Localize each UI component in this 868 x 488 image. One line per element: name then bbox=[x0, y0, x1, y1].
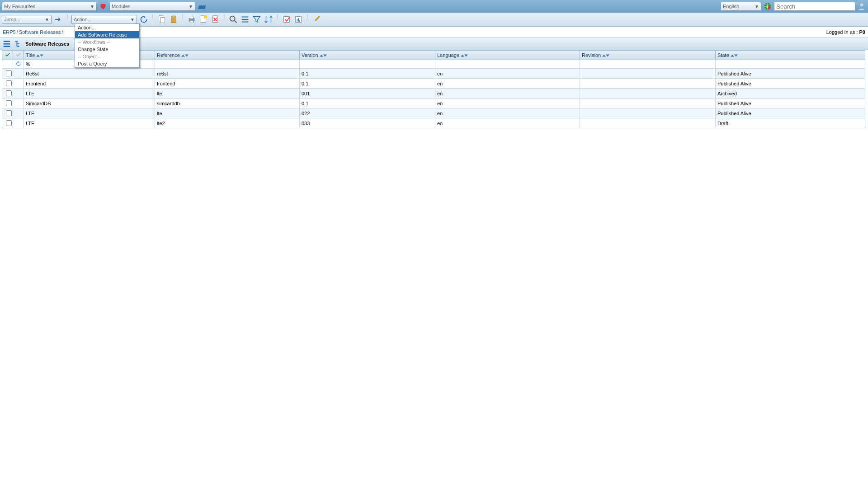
folder-open-icon[interactable] bbox=[197, 2, 206, 11]
paste-icon[interactable] bbox=[169, 14, 179, 24]
filter-icon[interactable] bbox=[252, 14, 262, 24]
cell-version: 022 bbox=[300, 108, 435, 118]
new-doc-icon[interactable] bbox=[198, 14, 208, 24]
table-row[interactable]: Frontendfrontend0.1enPublished Alive bbox=[2, 79, 865, 89]
col-header-version-label: Version bbox=[302, 52, 318, 58]
dropdown-arrow-icon: ▼ bbox=[90, 4, 94, 9]
col-header-version[interactable]: Version bbox=[300, 51, 435, 60]
filter-revision-input[interactable] bbox=[582, 61, 713, 67]
logged-in-user: P0 bbox=[859, 29, 865, 35]
delete-icon[interactable] bbox=[210, 14, 220, 24]
svg-rect-5 bbox=[171, 16, 176, 23]
jump-go-icon[interactable] bbox=[53, 14, 63, 24]
cell-language: en bbox=[435, 99, 580, 108]
search-submit-icon[interactable] bbox=[857, 2, 866, 11]
action-menu-placeholder[interactable]: Action... bbox=[75, 24, 139, 31]
table-row[interactable]: LTElte2033enDraft bbox=[2, 118, 865, 128]
jump-dropdown[interactable]: Jump... ▼ bbox=[2, 15, 52, 24]
action-dropdown[interactable]: Action... ▼ bbox=[71, 15, 137, 24]
cell-language: en bbox=[435, 118, 580, 128]
separator bbox=[182, 14, 183, 24]
col-header-language[interactable]: Language bbox=[435, 51, 580, 60]
configure-icon[interactable] bbox=[311, 14, 321, 24]
row-checkbox[interactable] bbox=[6, 110, 12, 116]
cell-reference: lte2 bbox=[155, 118, 300, 128]
cell-language: en bbox=[435, 69, 580, 79]
print-icon[interactable] bbox=[187, 14, 197, 24]
report-icon[interactable] bbox=[293, 14, 303, 24]
row-checkbox[interactable] bbox=[6, 120, 12, 126]
col-header-state[interactable]: State bbox=[716, 51, 865, 60]
svg-rect-16 bbox=[297, 19, 297, 22]
tree-list-icon[interactable] bbox=[14, 39, 24, 49]
breadcrumb-sep: / bbox=[16, 29, 19, 35]
cell-language: en bbox=[435, 89, 580, 99]
language-dropdown[interactable]: English ▼ bbox=[721, 2, 761, 11]
cell-language: en bbox=[435, 79, 580, 89]
table-row[interactable]: LTElte022enPublished Alive bbox=[2, 108, 865, 118]
my-favourites-dropdown[interactable]: My Favourites ▼ bbox=[2, 2, 97, 11]
copy-icon[interactable] bbox=[157, 14, 167, 24]
svg-point-2 bbox=[860, 3, 863, 6]
dropdown-arrow-icon: ▼ bbox=[130, 17, 135, 22]
filter-reference-input[interactable] bbox=[157, 61, 297, 67]
cell-state: Draft bbox=[716, 118, 865, 128]
cell-state: Published Alive bbox=[716, 79, 865, 89]
cell-title: Frontend bbox=[24, 79, 155, 89]
filter-language-input[interactable] bbox=[437, 61, 578, 67]
cell-version: 001 bbox=[300, 89, 435, 99]
filter-version-input[interactable] bbox=[302, 61, 433, 67]
row-checkbox[interactable] bbox=[6, 100, 12, 106]
col-header-checkall[interactable] bbox=[2, 51, 13, 60]
action-menu-change-state[interactable]: Change State bbox=[75, 46, 139, 53]
filter-apply-icon[interactable] bbox=[13, 60, 24, 69]
action-menu-section-object: -- Object -- bbox=[75, 53, 139, 60]
breadcrumb-module[interactable]: Software Releases bbox=[19, 29, 61, 35]
separator bbox=[224, 14, 225, 24]
action-menu-post-query[interactable]: Post a Query bbox=[75, 60, 139, 67]
export-icon[interactable] bbox=[282, 14, 292, 24]
search-tool-icon[interactable] bbox=[228, 14, 238, 24]
language-label: English bbox=[723, 4, 739, 9]
cell-title: Re6st bbox=[24, 69, 155, 79]
list-title: Software Releases bbox=[25, 41, 69, 47]
col-header-reference[interactable]: Reference bbox=[155, 51, 300, 60]
cell-reference: frontend bbox=[155, 79, 300, 89]
filter-state-input[interactable] bbox=[717, 61, 863, 67]
cell-reference: lte bbox=[155, 89, 300, 99]
breadcrumb-root[interactable]: ERP5 bbox=[3, 29, 16, 35]
list-icon[interactable] bbox=[240, 14, 250, 24]
modules-dropdown[interactable]: Modules ▼ bbox=[109, 2, 195, 11]
table-row[interactable]: Re6stre6st0.1enPublished Alive bbox=[2, 69, 865, 79]
cell-version: 0.1 bbox=[300, 79, 435, 89]
refresh-icon[interactable] bbox=[139, 14, 149, 24]
sort-icon[interactable] bbox=[264, 14, 274, 24]
svg-rect-9 bbox=[190, 21, 193, 23]
dropdown-arrow-icon: ▼ bbox=[755, 4, 759, 9]
row-checkbox[interactable] bbox=[6, 90, 12, 96]
svg-point-13 bbox=[230, 16, 235, 21]
col-header-revision[interactable]: Revision bbox=[580, 51, 716, 60]
svg-rect-8 bbox=[190, 16, 193, 19]
cell-revision bbox=[580, 79, 716, 89]
globe-icon[interactable] bbox=[763, 2, 772, 11]
separator bbox=[307, 14, 308, 24]
action-menu: Action... Add Software Release -- Workfl… bbox=[75, 23, 140, 68]
cell-title: SimcardDB bbox=[24, 99, 155, 108]
row-checkbox[interactable] bbox=[6, 80, 12, 86]
row-checkbox[interactable] bbox=[6, 70, 12, 76]
table-row[interactable]: LTElte001enArchived bbox=[2, 89, 865, 99]
breadcrumb-sep: / bbox=[61, 29, 64, 35]
table-row[interactable]: SimcardDBsimcarddb0.1enPublished Alive bbox=[2, 99, 865, 108]
svg-point-11 bbox=[204, 15, 207, 19]
action-menu-add-software-release[interactable]: Add Software Release bbox=[75, 31, 139, 38]
cell-title: LTE bbox=[24, 108, 155, 118]
col-header-uncheckall[interactable] bbox=[13, 51, 24, 60]
cell-revision bbox=[580, 89, 716, 99]
action-menu-section-workflows: -- Workflows -- bbox=[75, 38, 139, 46]
flat-list-icon[interactable] bbox=[2, 39, 12, 49]
heart-icon[interactable] bbox=[99, 2, 108, 11]
search-input[interactable] bbox=[774, 2, 855, 11]
cell-version: 0.1 bbox=[300, 69, 435, 79]
cell-state: Published Alive bbox=[716, 69, 865, 79]
